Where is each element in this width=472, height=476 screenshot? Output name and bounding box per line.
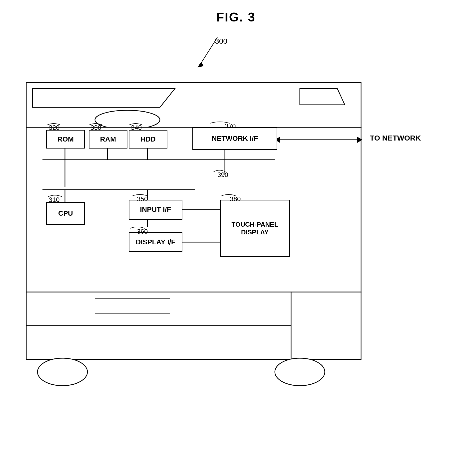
svg-point-24	[37, 358, 87, 386]
svg-line-0	[200, 37, 217, 65]
svg-marker-1	[197, 62, 204, 67]
ref-360-label: 360	[137, 228, 148, 235]
page-container: FIG. 3 300	[0, 0, 472, 476]
cpu-box: CPU	[46, 202, 85, 225]
ref-370-label: 370	[225, 122, 236, 130]
to-network-label: TO NETWORK	[370, 134, 421, 142]
svg-rect-23	[291, 292, 361, 359]
svg-point-25	[275, 358, 325, 386]
ref-340-label: 340	[131, 124, 142, 132]
ref-350-label: 350	[137, 195, 148, 203]
ram-box: RAM	[89, 130, 127, 149]
hdd-box: HDD	[129, 130, 167, 149]
ref-310-label: 310	[49, 196, 59, 204]
ref-330-label: 330	[90, 124, 101, 132]
ref-320-label: 320	[49, 124, 59, 132]
svg-rect-22	[95, 332, 170, 347]
svg-point-4	[95, 110, 160, 129]
svg-marker-3	[32, 89, 175, 107]
svg-rect-20	[95, 298, 170, 313]
network-if-box: NETWORK I/F	[192, 127, 277, 150]
ref-390-label: 390	[217, 171, 228, 179]
touch-panel-box: TOUCH-PANEL DISPLAY	[220, 200, 290, 257]
ref-380-label: 380	[230, 195, 241, 203]
rom-box: ROM	[46, 130, 85, 149]
